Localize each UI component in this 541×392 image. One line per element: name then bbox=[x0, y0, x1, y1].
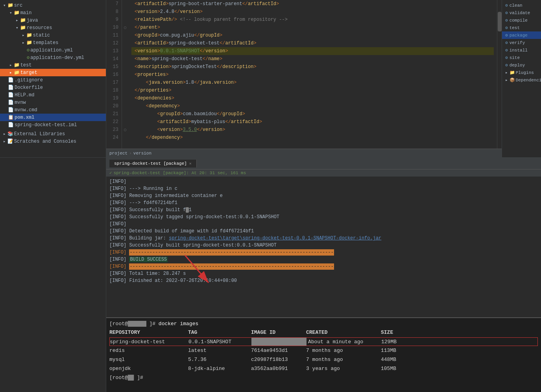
sidebar-item-main[interactable]: ▾ 📁 main bbox=[0, 9, 106, 17]
sidebar-item-gitignore[interactable]: 📄 .gitignore bbox=[0, 76, 106, 84]
arrow-right-icon: ▸ bbox=[505, 77, 508, 83]
folder-icon-src: 📁 bbox=[7, 2, 13, 8]
build-line-success: [INFO] BUILD SUCCESS bbox=[109, 256, 538, 263]
maven-deploy[interactable]: ⚙ deploy bbox=[502, 61, 541, 69]
sidebar-item-mvnw[interactable]: 📄 mvnw bbox=[0, 99, 106, 106]
sidebar-item-application-yml[interactable]: ⚙ application.yml bbox=[0, 46, 106, 54]
breadcrumb-file: version bbox=[133, 151, 151, 156]
sidebar-item-java[interactable]: ▸ 📁 java bbox=[0, 17, 106, 24]
external-lib-icon: 📚 bbox=[7, 131, 13, 137]
file-tree: ▾ 📁 src ▾ 📁 main ▸ 📁 java ▾ 📁 resources … bbox=[0, 0, 106, 157]
code-content[interactable]: <artifactId>spring-boot-starter-parent</… bbox=[128, 0, 497, 149]
sidebar-item-resources[interactable]: ▾ 📁 resources bbox=[0, 24, 106, 31]
dependencies-icon: 📦 bbox=[510, 77, 515, 83]
maven-validate-label: validate bbox=[510, 11, 530, 15]
sidebar-item-pom[interactable]: 📋 pom.xml bbox=[0, 114, 106, 121]
sidebar-item-static[interactable]: ▸ 📁 static bbox=[0, 31, 106, 39]
code-editor: 78910 11121314 15161718 19202122 2324 ◯ bbox=[106, 0, 502, 157]
sidebar-item-src[interactable]: ▾ 📁 src bbox=[0, 2, 106, 9]
maven-compile[interactable]: ⚙ compile bbox=[502, 17, 541, 24]
maven-package[interactable]: ⚙ package bbox=[502, 31, 541, 39]
code-line-18: </properties> bbox=[131, 86, 494, 94]
yaml-dev-icon: ⚙ bbox=[27, 55, 30, 61]
jar-link[interactable]: spring-docket-test\target\spring-docket-… bbox=[169, 236, 381, 241]
vertical-scrollbar[interactable] bbox=[497, 0, 502, 149]
maven-plugins-section[interactable]: ▸ 📁 Plugins bbox=[502, 69, 541, 76]
tag-spring: 0.0.1-SNAPSHOT bbox=[188, 338, 251, 346]
gutter: ◯ ◯ bbox=[122, 0, 128, 149]
arrow-right-icon: ▸ bbox=[22, 33, 25, 38]
terminal[interactable]: [root@██████ ]# docker images REPOSITORY… bbox=[106, 317, 541, 392]
gear-icon-deploy: ⚙ bbox=[505, 63, 508, 68]
maven-site-label: site bbox=[510, 55, 520, 60]
sidebar-item-application-dev-yml[interactable]: ⚙ application-dev.yml bbox=[0, 54, 106, 61]
arrow-right-icon: ▸ bbox=[16, 18, 18, 23]
file-icon-mvnw-cmd: 📄 bbox=[8, 107, 14, 113]
build-line-5: [INFO] Successfully built f 1 bbox=[109, 206, 538, 213]
sidebar-label-src: src bbox=[14, 3, 23, 8]
sidebar-item-iml[interactable]: 📄 spring-docket-test.iml bbox=[0, 121, 106, 129]
gear-icon-test: ⚙ bbox=[505, 25, 508, 30]
created-openjdk: 3 years ago bbox=[306, 364, 381, 373]
code-line-8: <version>2.4.8</version> bbox=[131, 8, 494, 16]
arrow-right-icon: ▸ bbox=[22, 40, 25, 45]
status-bar: ✓ spring-docket-test [package]: At 20: 3… bbox=[106, 169, 541, 177]
arrow-right-icon: ▸ bbox=[3, 131, 6, 136]
code-line-7: <artifactId>spring-boot-starter-parent</… bbox=[131, 0, 494, 8]
tab-bar: spring-docket-test [package] ✕ bbox=[106, 158, 541, 169]
build-line-time: [INFO] Total time: 28.247 s bbox=[109, 270, 538, 277]
size-spring: 129MB bbox=[381, 338, 413, 346]
created-redis: 7 months ago bbox=[306, 346, 381, 355]
code-line-19: <dependencies> bbox=[131, 94, 494, 102]
maven-validate[interactable]: ⚙ validate bbox=[502, 9, 541, 17]
folder-icon-templates: 📁 bbox=[26, 40, 32, 46]
maven-test-label: test bbox=[510, 26, 520, 30]
tag-openjdk: 8-jdk-alpine bbox=[188, 364, 251, 373]
maven-install[interactable]: ⚙ install bbox=[502, 46, 541, 54]
sidebar-item-help[interactable]: 📄 HELP.md bbox=[0, 91, 106, 99]
sidebar-item-mvnw-cmd[interactable]: 📄 mvnw.cmd bbox=[0, 106, 106, 114]
scrollbar-thumb[interactable] bbox=[498, 12, 502, 31]
arrow-right-icon: ▸ bbox=[3, 139, 6, 144]
sidebar-label-application-dev-yml: application-dev.yml bbox=[30, 55, 84, 61]
maven-dependencies-section[interactable]: ▸ 📦 Dependencies bbox=[502, 76, 541, 84]
bottom-sidebar bbox=[0, 158, 106, 392]
yaml-icon: ⚙ bbox=[27, 47, 30, 53]
breadcrumb-project: project bbox=[109, 151, 127, 156]
sidebar-item-dockerfile[interactable]: 📄 Dockerfile bbox=[0, 84, 106, 91]
sidebar-item-test[interactable]: ▸ 📁 test bbox=[0, 61, 106, 69]
gear-icon-validate: ⚙ bbox=[505, 10, 508, 15]
code-line-22: <artifactId>mybatis-plus</artifactId> bbox=[131, 118, 494, 126]
terminal-prompt2: [root@██ ]# bbox=[109, 374, 538, 382]
tag-mysql: 5.7.36 bbox=[188, 355, 251, 364]
build-line-sep1: [INFO] ---------------------------------… bbox=[109, 249, 538, 256]
maven-test[interactable]: ⚙ test bbox=[502, 24, 541, 31]
code-line-21: <groupId>com.baomidou</groupId> bbox=[131, 110, 494, 118]
sidebar-item-target[interactable]: ▸ 📁 target bbox=[0, 69, 106, 76]
build-line-9: [INFO] Building jar: spring-docket-test\… bbox=[109, 235, 538, 242]
code-line-16: <properties> bbox=[131, 71, 494, 79]
sidebar-label-target: target bbox=[20, 70, 37, 75]
maven-site[interactable]: ⚙ site bbox=[502, 54, 541, 61]
bottom-panel: spring-docket-test [package] ✕ ✓ spring-… bbox=[0, 157, 541, 392]
close-icon[interactable]: ✕ bbox=[189, 161, 192, 166]
scratches-icon: 📝 bbox=[7, 138, 13, 144]
tab-package[interactable]: spring-docket-test [package] ✕ bbox=[109, 160, 197, 167]
sidebar-item-scratches[interactable]: ▸ 📝 Scratches and Consoles bbox=[0, 138, 106, 145]
terminal-row-0: spring-docket-test 0.0.1-SNAPSHOT ██████… bbox=[109, 337, 538, 346]
maven-verify[interactable]: ⚙ verify bbox=[502, 39, 541, 46]
terminal-prompt2-end: ]# bbox=[134, 375, 143, 381]
maven-clean[interactable]: ⚙ clean bbox=[502, 2, 541, 9]
build-line-8: [INFO] Detected build of image with id f… bbox=[109, 228, 538, 235]
repo-redis: redis bbox=[109, 346, 188, 355]
arrow-right-icon: ▸ bbox=[9, 63, 12, 68]
sidebar-item-templates[interactable]: ▸ 📁 templates bbox=[0, 39, 106, 46]
code-line-11: <groupId>com.pug.ajiu</groupId> bbox=[131, 31, 494, 39]
maven-panel: ⚙ clean ⚙ validate ⚙ compile ⚙ test ⚙ pa… bbox=[502, 0, 541, 157]
size-redis: 113MB bbox=[381, 346, 412, 355]
sidebar-label-dockerfile: Dockerfile bbox=[15, 85, 43, 90]
build-output[interactable]: [INFO] [INFO] ---> Running in c [INFO] R… bbox=[106, 177, 541, 317]
terminal-prompt-suffix: ]# bbox=[146, 321, 159, 327]
build-line-7: [INFO] bbox=[109, 221, 538, 228]
sidebar-item-external-libraries[interactable]: ▸ 📚 External Libraries bbox=[0, 130, 106, 138]
